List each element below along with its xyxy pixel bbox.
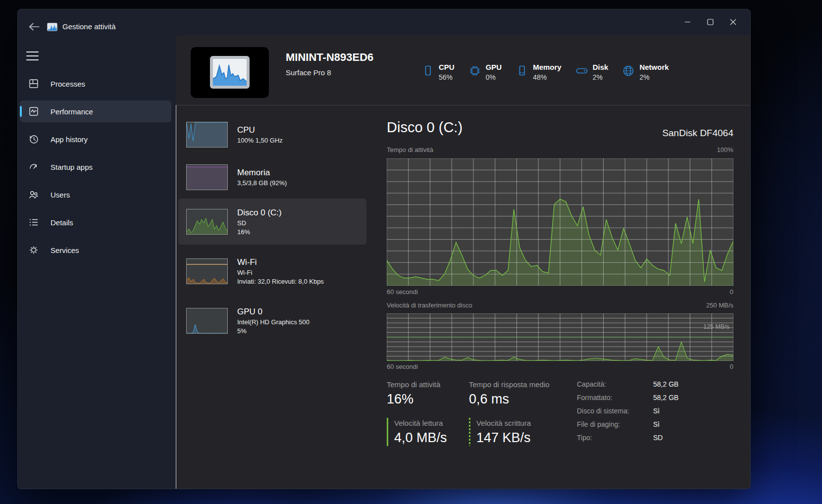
sidebar-item-services[interactable]: Services [20,239,171,261]
chart1-xright-label: 0 [730,288,733,296]
disk-details-table: Capacità:58,2 GB Formattato:58,2 GB Disc… [577,380,678,447]
content-pane: MININT-N893ED6 Surface Pro 8 CPU56% GPU0… [176,35,751,489]
device-monitor-icon [208,55,251,91]
panel-title: Wi-Fi [237,257,324,267]
chart1-ymax-label: 100% [717,146,733,153]
sidebar-item-app-history[interactable]: App history [20,128,171,150]
response-time-label: Tempo di risposta medio [469,380,550,389]
sidebar-item-performance[interactable]: Performance [20,101,171,122]
minimize-button[interactable] [676,13,699,30]
disk-icon [575,64,588,77]
active-time-label: Tempo di attività [387,380,440,389]
panel-gpu-0[interactable]: GPU 0Intel(R) HD Graphics 5005% [178,298,366,344]
close-icon [730,19,736,25]
device-model: Surface Pro 8 [286,68,331,77]
app-history-icon [28,134,39,145]
cpu-icon [421,64,434,77]
sidebar-item-label: Processes [51,80,85,88]
sidebar-item-label: Details [51,218,73,227]
write-speed-value: 147 KB/s [476,430,531,446]
summary-disk: Disk2% [575,62,609,82]
table-row: Formattato:58,2 GB [577,394,678,402]
device-name: MININT-N893ED6 [286,51,373,64]
disk-activity-chart [387,158,733,286]
panel-detail: 100% 1,50 GHz [237,137,283,144]
panel-memory[interactable]: Memoria3,5/3,8 GB (92%) [178,156,366,199]
panel-detail: SD [237,219,282,227]
desktop-wallpaper: Gestione attività Processes Performance … [0,0,822,504]
chart2-xleft-label: 60 secondi [387,363,418,370]
sidebar-item-details[interactable]: Details [20,211,171,233]
table-row: File di paging:Sì [577,420,678,428]
chart2-header: Velocità di trasferimento disco 250 MB/s [387,302,733,309]
header-divider [176,105,751,105]
sidebar-item-label: Startup apps [51,163,93,171]
minimize-icon [684,19,691,25]
memory-mini-chart [186,164,228,190]
hamburger-icon [26,51,39,52]
window-controls [676,13,744,30]
chart2-ymax-label: 250 MB/s [706,302,733,309]
performance-icon [28,106,39,117]
disk-mini-chart [186,209,228,235]
panel-detail: 5% [237,327,309,335]
details-icon [28,217,39,228]
navigation-menu-button[interactable] [26,49,42,63]
task-manager-window: Gestione attività Processes Performance … [17,9,751,489]
panel-wifi[interactable]: Wi-FiWi-FiInviati: 32,0 Ricevuti: 8,0 Kb… [178,248,366,294]
sidebar-item-label: App history [51,135,88,144]
back-arrow-icon [28,21,41,32]
table-row: Tipo:SD [577,434,678,442]
read-speed-label: Velocità lettura [394,419,443,427]
memory-icon [515,64,528,77]
maximize-button[interactable] [699,13,721,30]
chart2-xaxis: 60 secondi 0 [387,363,733,370]
device-thumbnail [191,47,269,98]
disk-model: SanDisk DF4064 [387,128,733,139]
chart1-xleft-label: 60 secondi [387,288,418,296]
sidebar-item-users[interactable]: Users [20,184,171,205]
chart2-title: Velocità di trasferimento disco [387,302,472,309]
response-time-value: 0,6 ms [469,392,509,407]
chart2-midline-label: 125 MB/s [387,323,729,330]
summary-gpu: GPU0% [468,62,502,82]
maximize-icon [707,19,714,25]
table-row: Disco di sistema:Sì [577,407,678,415]
close-button[interactable] [721,13,744,30]
sidebar: Processes Performance App history Startu… [20,73,171,267]
sidebar-item-label: Users [51,191,70,199]
panel-title: Memoria [237,168,287,178]
sidebar-item-startup-apps[interactable]: Startup apps [20,156,171,178]
network-icon [622,64,635,77]
panel-detail: Wi-Fi [237,269,324,276]
wifi-mini-chart [186,258,228,284]
resource-summary-bar: CPU56% GPU0% Memory48% Disk2% Network2% [421,62,669,82]
write-speed-marker [469,418,470,446]
active-time-value: 16% [387,392,413,407]
summary-network: Network2% [622,62,668,82]
panel-detail: 16% [237,228,282,236]
task-manager-app-icon [47,23,57,31]
sidebar-item-label: Performance [51,107,93,116]
back-button[interactable] [28,21,41,32]
chart1-title: Tempo di attività [387,146,433,153]
panel-divider [176,105,176,489]
processes-icon [28,78,39,89]
read-speed-value: 4,0 MB/s [394,430,447,446]
panel-detail: Intel(R) HD Graphics 500 [237,318,309,326]
panel-cpu[interactable]: CPU100% 1,50 GHz [178,113,366,156]
gpu-icon [468,64,481,77]
panel-disk-0[interactable]: Disco 0 (C:)SD16% [178,199,366,245]
cpu-mini-chart [186,122,228,148]
panel-detail: Inviati: 32,0 Ricevuti: 8,0 Kbps [237,278,324,285]
panel-title: GPU 0 [237,307,309,317]
panel-title: Disco 0 (C:) [237,208,282,218]
startup-apps-icon [28,161,39,172]
users-icon [28,189,39,200]
window-title: Gestione attività [62,22,116,31]
table-row: Capacità:58,2 GB [577,380,678,388]
write-speed-label: Velocità scrittura [476,419,531,427]
chart1-header: Tempo di attività 100% [387,146,733,153]
gpu-mini-chart [186,308,228,334]
sidebar-item-processes[interactable]: Processes [20,73,171,95]
